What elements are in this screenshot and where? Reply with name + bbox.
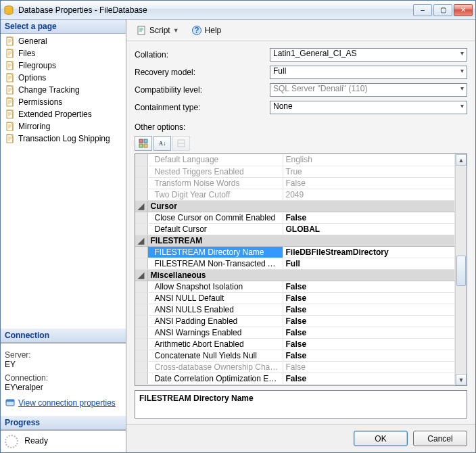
sidebar-item-filegroups[interactable]: Filegroups [3,59,123,72]
sidebar-item-label: Extended Properties [18,110,92,119]
property-row[interactable]: Default LanguageEnglish [135,154,455,166]
page-icon [5,72,16,83]
property-row[interactable]: Allow Snapshot IsolationFalse [135,281,455,292]
page-icon [5,36,16,47]
property-value[interactable]: Full [283,258,455,269]
property-row[interactable]: FILESTREAM Directory NameFileDBFileStrea… [135,246,455,258]
property-row[interactable]: Nested Triggers EnabledTrue [135,166,455,177]
property-row[interactable]: ANSI Padding EnabledFalse [135,315,455,327]
category-row[interactable]: ◢Miscellaneous [135,269,455,281]
help-label: Help [205,26,222,35]
sidebar: Select a page GeneralFilesFilegroupsOpti… [1,20,126,452]
progress-panel: Ready [1,430,126,452]
property-name: Arithmetic Abort Enabled [147,338,283,350]
property-value[interactable]: True [283,166,455,177]
property-row[interactable]: Concatenate Null Yields NullFalse [135,350,455,361]
property-row[interactable]: Arithmetic Abort EnabledFalse [135,338,455,350]
svg-rect-12 [138,26,145,34]
property-value[interactable]: 2049 [283,189,455,200]
property-row[interactable]: Default CursorGLOBAL [135,223,455,235]
property-value[interactable]: False [283,315,455,327]
close-button[interactable]: ✕ [454,4,473,16]
sidebar-item-options[interactable]: Options [3,72,123,84]
property-value[interactable]: False [283,177,455,189]
property-value[interactable]: False [283,292,455,304]
database-icon [3,5,14,16]
property-row[interactable]: FILESTREAM Non-Transacted AccessFull [135,258,455,269]
collapse-icon[interactable]: ◢ [135,269,147,281]
property-row[interactable]: ANSI NULL DefaultFalse [135,292,455,304]
cancel-button[interactable]: Cancel [413,431,467,446]
property-name: ANSI Warnings Enabled [147,327,283,338]
connection-label: Connection: [5,373,122,383]
property-value[interactable]: FileDBFileStreamDirectory [283,246,455,258]
sidebar-item-label: Mirroring [18,122,50,131]
property-value[interactable]: False [283,373,455,384]
containment-label: Containment type: [135,103,270,112]
dialog-window: Database Properties - FileDatabase – ▢ ✕… [0,0,476,453]
other-options-label: Other options: [126,121,475,136]
property-grid[interactable]: Default LanguageEnglishNested Triggers E… [135,153,467,386]
sidebar-item-general[interactable]: General [3,35,123,47]
sidebar-item-transaction-log-shipping[interactable]: Transaction Log Shipping [3,133,123,145]
sidebar-item-extended-properties[interactable]: Extended Properties [3,108,123,120]
property-value[interactable]: False [283,281,455,292]
recovery-select[interactable]: Full [270,66,467,79]
property-row[interactable]: Cross-database Ownership Chaining Enable… [135,361,455,373]
sidebar-item-files[interactable]: Files [3,47,123,59]
collapse-icon[interactable]: ◢ [135,200,147,212]
property-value[interactable]: False [283,327,455,338]
alphabetical-button[interactable]: A↓ [153,136,171,151]
compat-select[interactable]: SQL Server "Denali" (110) [270,83,467,97]
collapse-icon[interactable]: ◢ [135,235,147,246]
property-name: FILESTREAM Non-Transacted Access [147,258,283,269]
property-name: Two Digit Year Cutoff [147,189,283,200]
property-name: Default Language [147,154,283,166]
page-icon [5,48,16,59]
property-value[interactable]: English [283,154,455,166]
property-row[interactable]: Two Digit Year Cutoff2049 [135,189,455,200]
property-name: ANSI Padding Enabled [147,315,283,327]
property-value[interactable]: False [283,338,455,350]
property-name: Nested Triggers Enabled [147,166,283,177]
category-row[interactable]: ◢Cursor [135,200,455,212]
collation-label: Collation: [135,50,270,59]
help-icon: ? [191,25,202,36]
script-button[interactable]: Script ▼ [133,24,182,37]
titlebar[interactable]: Database Properties - FileDatabase – ▢ ✕ [1,1,475,20]
help-button[interactable]: ? Help [189,24,224,37]
property-name: Concatenate Null Yields Null [147,350,283,361]
property-value[interactable]: False [283,212,455,223]
maximize-button[interactable]: ▢ [433,4,452,16]
scroll-down-icon[interactable]: ▼ [456,374,467,385]
compat-label: Compatibility level: [135,85,270,95]
property-name: Cross-database Ownership Chaining Enable… [147,361,283,373]
property-value[interactable]: False [283,361,455,373]
sidebar-item-label: Files [18,49,35,58]
scroll-thumb[interactable] [456,256,466,286]
minimize-button[interactable]: – [413,4,432,16]
property-row[interactable]: Date Correlation Optimization EnabledFal… [135,373,455,384]
scroll-up-icon[interactable]: ▲ [456,154,467,166]
sidebar-item-label: General [18,37,47,46]
scrollbar[interactable]: ▲ ▼ [455,154,467,385]
property-value[interactable]: False [283,304,455,315]
main-panel: Script ▼ ? Help Collation: Latin1_Genera… [126,20,475,452]
property-name: Close Cursor on Commit Enabled [147,212,283,223]
property-row[interactable]: Transform Noise WordsFalse [135,177,455,189]
sidebar-item-mirroring[interactable]: Mirroring [3,120,123,133]
ok-button[interactable]: OK [354,431,408,446]
property-value[interactable]: GLOBAL [283,223,455,235]
view-connection-properties-link[interactable]: View connection properties [5,398,116,408]
property-row[interactable]: ANSI NULLS EnabledFalse [135,304,455,315]
categorized-button[interactable] [135,136,152,151]
category-row[interactable]: ◢FILESTREAM [135,235,455,246]
collation-select[interactable]: Latin1_General_CI_AS [270,48,467,62]
sidebar-item-permissions[interactable]: Permissions [3,96,123,108]
sidebar-item-change-tracking[interactable]: Change Tracking [3,84,123,96]
containment-select[interactable]: None [270,101,467,114]
property-value[interactable]: False [283,350,455,361]
property-row[interactable]: Close Cursor on Commit EnabledFalse [135,212,455,223]
script-label: Script [149,26,170,35]
property-row[interactable]: ANSI Warnings EnabledFalse [135,327,455,338]
